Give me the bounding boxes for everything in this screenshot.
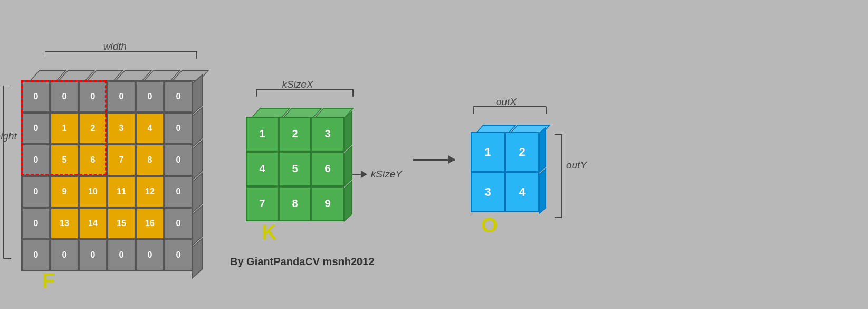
f-cell: 0: [22, 81, 50, 113]
f-cell: 4: [136, 113, 164, 144]
f-cell: 0: [164, 208, 193, 239]
f-cell: 0: [164, 81, 193, 113]
f-front-face: 0000000123400567800910111200131415160000…: [21, 80, 193, 271]
k-front-face: 123456789: [246, 117, 344, 221]
diagram-container: width height channel F: [0, 0, 868, 309]
arrow-head: [448, 155, 455, 164]
ksizex-bracket-svg: [256, 88, 354, 98]
outy-label: outY: [566, 160, 587, 171]
f-cell: 5: [50, 144, 79, 176]
k-label: K: [262, 220, 277, 244]
height-bracket-svg: [3, 86, 12, 260]
f-cell: 14: [79, 208, 107, 239]
f-cell: 10: [79, 176, 107, 208]
o-cell: 2: [505, 132, 539, 172]
f-cell: 0: [22, 113, 50, 144]
f-cell: 15: [107, 208, 136, 239]
f-cell: 16: [136, 208, 164, 239]
k-cell: 4: [246, 152, 279, 186]
ksizey-label: kSizeY: [371, 168, 402, 180]
tensor-f-section: width height channel F: [21, 67, 193, 258]
f-cell: 12: [136, 176, 164, 208]
outx-bracket-svg: [473, 106, 547, 115]
f-cell: 8: [136, 144, 164, 176]
arrow-line: [413, 159, 455, 161]
f-cell: 0: [164, 144, 193, 176]
f-cell: 0: [22, 176, 50, 208]
f-cell: 0: [22, 144, 50, 176]
f-cell: 0: [136, 81, 164, 113]
k-cell: 7: [246, 186, 279, 221]
k-cell: 8: [279, 186, 311, 221]
f-top-face: [34, 70, 204, 81]
f-cell: 13: [50, 208, 79, 239]
k-cell: 9: [311, 186, 344, 221]
outy-bracket-svg: [554, 134, 563, 219]
f-cell: 0: [164, 113, 193, 144]
f-cell: 0: [107, 239, 136, 271]
tensor-o-section: outX outY O: [471, 123, 539, 203]
o-right-face: [539, 130, 546, 211]
f-label: F: [42, 269, 55, 292]
f-cell: 7: [107, 144, 136, 176]
f-cell: 0: [79, 239, 107, 271]
f-cell: 0: [50, 81, 79, 113]
f-cell: 2: [79, 113, 107, 144]
f-cell: 0: [164, 239, 193, 271]
f-cell: 0: [50, 239, 79, 271]
f-cell: 0: [164, 176, 193, 208]
f-cell: 0: [79, 81, 107, 113]
k-cell: 3: [311, 117, 344, 152]
k-cell: 5: [279, 152, 311, 186]
k-cell: 2: [279, 117, 311, 152]
arrow-section: [413, 159, 455, 161]
o-cell: 1: [471, 132, 505, 172]
o-cell: 4: [505, 172, 539, 212]
k-right-face: [344, 115, 352, 218]
k-cell: 6: [311, 152, 344, 186]
f-cell: 1: [50, 113, 79, 144]
o-cell: 3: [471, 172, 505, 212]
o-front-face: 1234: [471, 132, 539, 212]
k-cell: 1: [246, 117, 279, 152]
f-cell: 11: [107, 176, 136, 208]
o-label: O: [481, 213, 498, 237]
f-cell: 0: [22, 208, 50, 239]
f-cell: 3: [107, 113, 136, 144]
f-cell: 0: [107, 81, 136, 113]
f-cell: 0: [22, 239, 50, 271]
f-cell: 6: [79, 144, 107, 176]
f-cell: 0: [136, 239, 164, 271]
width-bracket-svg: [45, 50, 198, 60]
f-right-face: [192, 79, 203, 274]
by-label: By GiantPandaCV msnh2012: [230, 256, 374, 267]
f-cell: 9: [50, 176, 79, 208]
tensor-k-section: kSizeX kSizeY K: [246, 105, 344, 210]
